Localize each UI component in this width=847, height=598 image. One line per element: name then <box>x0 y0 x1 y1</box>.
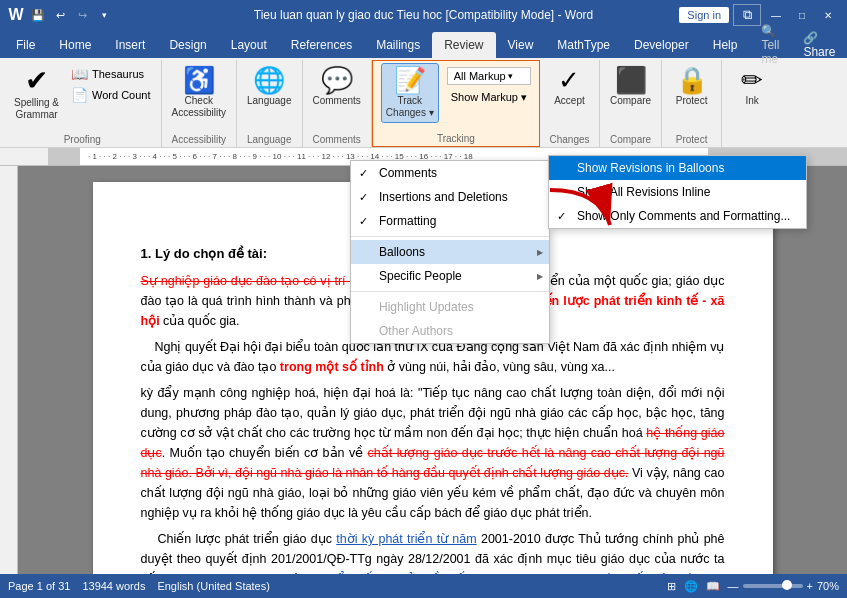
customize-qat-icon[interactable]: ▾ <box>96 7 112 23</box>
title-bar-left: W 💾 ↩ ↪ ▾ <box>8 7 112 23</box>
view-read-icon[interactable]: 📖 <box>706 580 720 593</box>
compare-content: ⬛ Compare <box>606 64 655 132</box>
tab-file[interactable]: File <box>4 32 47 58</box>
tracking-content: 📝 TrackChanges ▾ All Markup ▾ Show Marku… <box>381 63 531 131</box>
doc-link-1: thời kỳ phát triển từ năm <box>336 532 476 546</box>
page-info: Page 1 of 31 <box>8 580 70 592</box>
submenu-show-all-revisions-inline[interactable]: Show All Revisions Inline <box>549 180 806 204</box>
sign-in-button[interactable]: Sign in <box>679 7 729 23</box>
accept-label: Accept <box>554 95 585 107</box>
accept-button[interactable]: ✓ Accept <box>549 64 589 110</box>
minimize-button[interactable]: — <box>765 4 787 26</box>
tab-layout[interactable]: Layout <box>219 32 279 58</box>
redo-icon[interactable]: ↪ <box>74 7 90 23</box>
ribbon-group-changes: ✓ Accept Changes <box>540 60 600 147</box>
changes-group-label: Changes <box>549 134 589 147</box>
compare-group-label: Compare <box>610 134 651 147</box>
tab-design[interactable]: Design <box>157 32 218 58</box>
track-changes-button[interactable]: 📝 TrackChanges ▾ <box>381 63 439 123</box>
dropdown-item-balloons[interactable]: Balloons <box>351 240 549 264</box>
balloons-label: Balloons <box>379 245 425 259</box>
protect-content: 🔒 Protect <box>672 64 712 132</box>
accessibility-content: ♿ CheckAccessibility <box>168 64 230 132</box>
view-normal-icon[interactable]: ⊞ <box>667 580 676 593</box>
submenu-show-revisions-balloons[interactable]: Show Revisions in Balloons <box>549 156 806 180</box>
thesaurus-button[interactable]: 📖 Thesaurus <box>67 64 155 84</box>
comments-menu-label: Comments <box>379 166 437 180</box>
status-bar: Page 1 of 31 13944 words English (United… <box>0 574 847 598</box>
submenu-show-only-comments[interactable]: Show Only Comments and Formatting... <box>549 204 806 228</box>
ink-label: Ink <box>745 95 758 107</box>
ribbon-group-language: 🌐 Language Language <box>237 60 303 147</box>
dropdown-item-comments[interactable]: Comments <box>351 161 549 185</box>
tab-view[interactable]: View <box>496 32 546 58</box>
ribbon-group-ink: ✏ Ink <box>722 60 782 147</box>
other-authors-label: Other Authors <box>379 324 453 338</box>
comments-group-label: Comments <box>313 134 361 147</box>
all-markup-selector[interactable]: All Markup ▾ <box>447 67 531 85</box>
show-markup-dropdown: Comments Insertions and Deletions Format… <box>350 160 550 344</box>
tab-mathtype[interactable]: MathType <box>545 32 622 58</box>
doc-link-2: chuyển biến cơ bản về chất lượng giáo dụ… <box>141 572 725 574</box>
protect-group-label: Protect <box>676 134 708 147</box>
window-title: Tieu luan quan ly giao duc Tieu hoc [Com… <box>254 8 594 22</box>
dropdown-item-formatting[interactable]: Formatting <box>351 209 549 233</box>
spelling-label: Spelling &Grammar <box>14 97 59 121</box>
language-group-label: Language <box>247 134 292 147</box>
save-icon[interactable]: 💾 <box>30 7 46 23</box>
comments-content: 💬 Comments <box>309 64 365 132</box>
spelling-grammar-button[interactable]: ✔ Spelling &Grammar <box>10 64 63 124</box>
zoom-level: 70% <box>817 580 839 592</box>
compare-button[interactable]: ⬛ Compare <box>606 64 655 110</box>
undo-icon[interactable]: ↩ <box>52 7 68 23</box>
accessibility-group-label: Accessibility <box>172 134 226 147</box>
close-button[interactable]: ✕ <box>817 4 839 26</box>
ribbon-group-accessibility: ♿ CheckAccessibility Accessibility <box>162 60 237 147</box>
protect-icon: 🔒 <box>676 67 708 93</box>
tab-tell-me[interactable]: 🔍 Tell me <box>749 32 791 58</box>
zoom-out-icon[interactable]: — <box>728 580 739 592</box>
show-markup-button[interactable]: Show Markup ▾ <box>447 89 531 106</box>
accept-icon: ✓ <box>558 67 580 93</box>
comments-icon: 💬 <box>321 67 353 93</box>
left-ruler <box>0 166 18 574</box>
tab-insert[interactable]: Insert <box>103 32 157 58</box>
protect-button[interactable]: 🔒 Protect <box>672 64 712 110</box>
view-web-icon[interactable]: 🌐 <box>684 580 698 593</box>
show-revisions-balloons-label: Show Revisions in Balloons <box>577 161 724 175</box>
dropdown-item-insertions-deletions[interactable]: Insertions and Deletions <box>351 185 549 209</box>
ink-icon: ✏ <box>741 67 763 93</box>
doc-para4: Chiến lược phát triển giáo dục thời kỳ p… <box>141 529 725 574</box>
check-accessibility-button[interactable]: ♿ CheckAccessibility <box>168 64 230 122</box>
title-bar: W 💾 ↩ ↪ ▾ Tieu luan quan ly giao duc Tie… <box>0 0 847 30</box>
language-content: 🌐 Language <box>243 64 296 132</box>
zoom-in-icon[interactable]: + <box>807 580 813 592</box>
tab-review[interactable]: Review <box>432 32 495 58</box>
ink-button[interactable]: ✏ Ink <box>732 64 772 110</box>
dropdown-item-specific-people[interactable]: Specific People <box>351 264 549 288</box>
language-icon: 🌐 <box>253 67 285 93</box>
ribbon-group-compare: ⬛ Compare Compare <box>600 60 662 147</box>
dropdown-item-other-authors: Other Authors <box>351 319 549 343</box>
zoom-slider[interactable] <box>743 584 803 588</box>
compare-icon: ⬛ <box>615 67 647 93</box>
word-logo-icon: W <box>8 7 24 23</box>
language-button[interactable]: 🌐 Language <box>243 64 296 110</box>
maximize-button[interactable]: □ <box>791 4 813 26</box>
tab-mailings[interactable]: Mailings <box>364 32 432 58</box>
tab-help[interactable]: Help <box>701 32 750 58</box>
zoom-control[interactable]: — + 70% <box>728 580 839 592</box>
restore-icon[interactable]: ⧉ <box>733 4 761 26</box>
tab-home[interactable]: Home <box>47 32 103 58</box>
accessibility-icon: ♿ <box>183 67 215 93</box>
doc-para3: kỳ đẩy mạnh công nghiệp hoá, hiện đại ho… <box>141 383 725 523</box>
tab-developer[interactable]: Developer <box>622 32 701 58</box>
spelling-icon: ✔ <box>25 67 48 95</box>
doc-highlight-2: trong một số tỉnh <box>280 360 384 374</box>
accessibility-label: CheckAccessibility <box>172 95 226 119</box>
tab-share[interactable]: 🔗 Share <box>791 32 847 58</box>
ribbon-group-proofing: ✔ Spelling &Grammar 📖 Thesaurus 📄 Word C… <box>4 60 162 147</box>
tab-references[interactable]: References <box>279 32 364 58</box>
word-count-button[interactable]: 📄 Word Count <box>67 85 155 105</box>
comments-button[interactable]: 💬 Comments <box>309 64 365 110</box>
